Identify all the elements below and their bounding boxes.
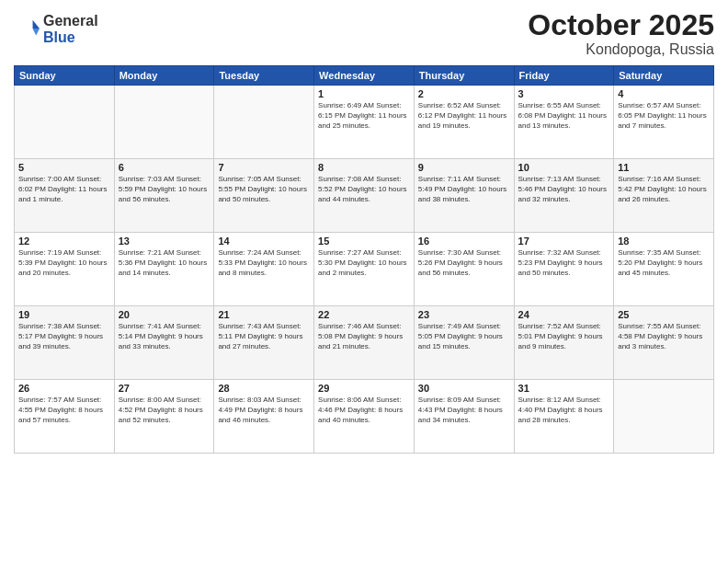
day-info: Sunrise: 8:00 AM Sunset: 4:52 PM Dayligh… <box>119 396 210 425</box>
location: Kondopoga, Russia <box>528 41 714 58</box>
day-number: 3 <box>518 88 610 99</box>
day-info: Sunrise: 7:43 AM Sunset: 5:11 PM Dayligh… <box>218 322 310 351</box>
table-row: 4Sunrise: 6:57 AM Sunset: 6:05 PM Daylig… <box>614 86 714 159</box>
day-info: Sunrise: 7:21 AM Sunset: 5:36 PM Dayligh… <box>119 248 210 278</box>
day-number: 9 <box>418 162 510 173</box>
table-row: 27Sunrise: 8:00 AM Sunset: 4:52 PM Dayli… <box>114 380 214 454</box>
day-info: Sunrise: 7:11 AM Sunset: 5:49 PM Dayligh… <box>418 175 510 204</box>
table-row: 18Sunrise: 7:35 AM Sunset: 5:20 PM Dayli… <box>614 233 714 306</box>
header-thursday: Thursday <box>414 66 514 86</box>
day-number: 25 <box>618 309 710 320</box>
table-row: 28Sunrise: 8:03 AM Sunset: 4:49 PM Dayli… <box>214 380 314 454</box>
day-info: Sunrise: 7:57 AM Sunset: 4:55 PM Dayligh… <box>18 396 110 425</box>
logo: General Blue <box>14 13 98 45</box>
day-number: 2 <box>418 88 510 99</box>
day-info: Sunrise: 7:19 AM Sunset: 5:39 PM Dayligh… <box>18 248 110 278</box>
day-info: Sunrise: 8:12 AM Sunset: 4:40 PM Dayligh… <box>518 396 610 425</box>
table-row <box>114 86 214 159</box>
day-number: 29 <box>318 383 410 394</box>
day-info: Sunrise: 7:52 AM Sunset: 5:01 PM Dayligh… <box>518 322 610 351</box>
day-number: 31 <box>518 383 610 394</box>
day-number: 14 <box>218 236 310 247</box>
table-row: 31Sunrise: 8:12 AM Sunset: 4:40 PM Dayli… <box>514 380 614 454</box>
page-container: General Blue October 2025 Kondopoga, Rus… <box>0 0 728 463</box>
logo-text: General Blue <box>43 13 98 45</box>
day-info: Sunrise: 7:16 AM Sunset: 5:42 PM Dayligh… <box>618 175 710 204</box>
day-number: 6 <box>119 162 210 173</box>
table-row <box>214 86 314 159</box>
month-title: October 2025 <box>528 9 714 41</box>
logo-blue-text: Blue <box>43 29 98 46</box>
table-row: 17Sunrise: 7:32 AM Sunset: 5:23 PM Dayli… <box>514 233 614 306</box>
header-monday: Monday <box>114 66 214 86</box>
day-number: 26 <box>18 383 110 394</box>
day-number: 23 <box>418 309 510 320</box>
table-row: 22Sunrise: 7:46 AM Sunset: 5:08 PM Dayli… <box>314 306 415 380</box>
day-info: Sunrise: 8:06 AM Sunset: 4:46 PM Dayligh… <box>318 396 410 425</box>
day-number: 15 <box>318 236 410 247</box>
day-info: Sunrise: 7:03 AM Sunset: 5:59 PM Dayligh… <box>119 175 210 204</box>
svg-marker-0 <box>33 19 40 28</box>
day-info: Sunrise: 7:55 AM Sunset: 4:58 PM Dayligh… <box>618 322 710 351</box>
day-number: 1 <box>318 88 410 99</box>
day-number: 21 <box>218 309 310 320</box>
table-row <box>15 86 115 159</box>
table-row <box>614 380 714 454</box>
day-number: 24 <box>518 309 610 320</box>
svg-marker-1 <box>33 29 40 35</box>
table-row: 15Sunrise: 7:27 AM Sunset: 5:30 PM Dayli… <box>314 233 415 306</box>
table-row: 16Sunrise: 7:30 AM Sunset: 5:26 PM Dayli… <box>414 233 514 306</box>
day-number: 5 <box>18 162 110 173</box>
calendar-week-row: 19Sunrise: 7:38 AM Sunset: 5:17 PM Dayli… <box>15 306 714 380</box>
calendar-week-row: 26Sunrise: 7:57 AM Sunset: 4:55 PM Dayli… <box>15 380 714 454</box>
table-row: 25Sunrise: 7:55 AM Sunset: 4:58 PM Dayli… <box>614 306 714 380</box>
header-friday: Friday <box>514 66 614 86</box>
day-number: 7 <box>218 162 310 173</box>
day-info: Sunrise: 7:46 AM Sunset: 5:08 PM Dayligh… <box>318 322 410 351</box>
header-wednesday: Wednesday <box>314 66 415 86</box>
day-number: 20 <box>119 309 210 320</box>
day-info: Sunrise: 7:24 AM Sunset: 5:33 PM Dayligh… <box>218 248 310 278</box>
table-row: 19Sunrise: 7:38 AM Sunset: 5:17 PM Dayli… <box>15 306 115 380</box>
table-row: 3Sunrise: 6:55 AM Sunset: 6:08 PM Daylig… <box>514 86 614 159</box>
day-info: Sunrise: 7:00 AM Sunset: 6:02 PM Dayligh… <box>18 175 110 204</box>
day-info: Sunrise: 6:52 AM Sunset: 6:12 PM Dayligh… <box>418 101 510 131</box>
table-row: 13Sunrise: 7:21 AM Sunset: 5:36 PM Dayli… <box>114 233 214 306</box>
day-number: 22 <box>318 309 410 320</box>
table-row: 12Sunrise: 7:19 AM Sunset: 5:39 PM Dayli… <box>15 233 115 306</box>
day-number: 16 <box>418 236 510 247</box>
table-row: 9Sunrise: 7:11 AM Sunset: 5:49 PM Daylig… <box>414 159 514 233</box>
day-number: 13 <box>119 236 210 247</box>
day-info: Sunrise: 7:08 AM Sunset: 5:52 PM Dayligh… <box>318 175 410 204</box>
day-number: 10 <box>518 162 610 173</box>
calendar-table: Sunday Monday Tuesday Wednesday Thursday… <box>14 65 714 454</box>
day-info: Sunrise: 7:35 AM Sunset: 5:20 PM Dayligh… <box>618 248 710 278</box>
day-number: 18 <box>618 236 710 247</box>
day-info: Sunrise: 7:49 AM Sunset: 5:05 PM Dayligh… <box>418 322 510 351</box>
table-row: 21Sunrise: 7:43 AM Sunset: 5:11 PM Dayli… <box>214 306 314 380</box>
day-info: Sunrise: 7:30 AM Sunset: 5:26 PM Dayligh… <box>418 248 510 278</box>
header-sunday: Sunday <box>15 66 115 86</box>
table-row: 14Sunrise: 7:24 AM Sunset: 5:33 PM Dayli… <box>214 233 314 306</box>
table-row: 24Sunrise: 7:52 AM Sunset: 5:01 PM Dayli… <box>514 306 614 380</box>
table-row: 30Sunrise: 8:09 AM Sunset: 4:43 PM Dayli… <box>414 380 514 454</box>
table-row: 10Sunrise: 7:13 AM Sunset: 5:46 PM Dayli… <box>514 159 614 233</box>
day-info: Sunrise: 7:13 AM Sunset: 5:46 PM Dayligh… <box>518 175 610 204</box>
logo-icon <box>14 17 40 42</box>
day-info: Sunrise: 7:41 AM Sunset: 5:14 PM Dayligh… <box>119 322 210 351</box>
header-saturday: Saturday <box>614 66 714 86</box>
table-row: 2Sunrise: 6:52 AM Sunset: 6:12 PM Daylig… <box>414 86 514 159</box>
day-info: Sunrise: 6:49 AM Sunset: 6:15 PM Dayligh… <box>318 101 410 131</box>
header: General Blue October 2025 Kondopoga, Rus… <box>14 9 714 58</box>
day-info: Sunrise: 6:57 AM Sunset: 6:05 PM Dayligh… <box>618 101 710 131</box>
day-number: 4 <box>618 88 710 99</box>
day-number: 11 <box>618 162 710 173</box>
day-number: 17 <box>518 236 610 247</box>
table-row: 7Sunrise: 7:05 AM Sunset: 5:55 PM Daylig… <box>214 159 314 233</box>
logo-general-text: General <box>43 13 98 29</box>
day-info: Sunrise: 8:09 AM Sunset: 4:43 PM Dayligh… <box>418 396 510 425</box>
day-number: 19 <box>18 309 110 320</box>
day-number: 8 <box>318 162 410 173</box>
day-info: Sunrise: 7:32 AM Sunset: 5:23 PM Dayligh… <box>518 248 610 278</box>
day-number: 27 <box>119 383 210 394</box>
